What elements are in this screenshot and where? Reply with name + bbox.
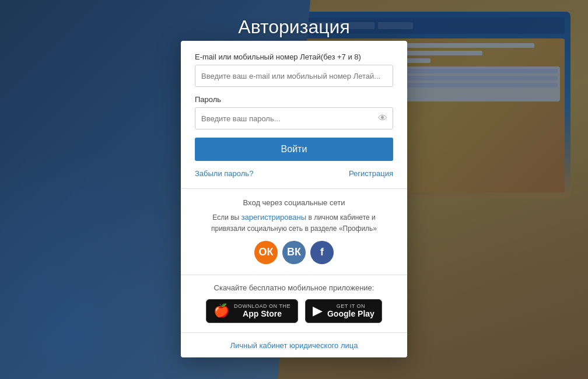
password-label-row: Пароль	[195, 95, 393, 104]
google-play-main-text: Google Play	[327, 309, 374, 319]
app-section: Скачайте бесплатно мобильное приложение:…	[181, 275, 407, 334]
email-input[interactable]	[195, 65, 393, 87]
email-input-wrap	[195, 65, 393, 87]
facebook-social-button[interactable]: f	[310, 241, 334, 264]
google-play-pre-text: GET IT ON	[327, 303, 374, 310]
password-label: Пароль	[195, 95, 221, 104]
login-section: E-mail или мобильный номер Летай(без +7 …	[181, 41, 407, 189]
login-button[interactable]: Войти	[195, 138, 393, 161]
links-row: Забыли пароль? Регистрация	[195, 169, 393, 178]
legal-section: Личный кабинет юридического лица	[181, 333, 407, 357]
page-title: Авторизация	[0, 16, 588, 38]
app-store-button[interactable]: 🍎 Download on the App Store	[206, 299, 298, 324]
google-play-text: GET IT ON Google Play	[327, 303, 374, 320]
vk-social-button[interactable]: ВК	[282, 241, 306, 264]
app-buttons-row: 🍎 Download on the App Store ▶ GET IT ON …	[195, 299, 393, 324]
password-input-wrap: 👁	[195, 107, 393, 129]
social-desc-before: Если вы	[212, 213, 241, 222]
email-label: E-mail или мобильный номер Летай(без +7 …	[195, 52, 393, 61]
social-registered-link[interactable]: зарегистрированы	[242, 213, 307, 222]
legal-entity-link[interactable]: Личный кабинет юридического лица	[230, 341, 358, 350]
app-store-pre-text: Download on the	[234, 303, 290, 310]
social-section: Вход через социальные сети Если вы зарег…	[181, 189, 407, 275]
google-play-icon: ▶	[313, 304, 323, 317]
google-play-button[interactable]: ▶ GET IT ON Google Play	[305, 299, 382, 324]
social-description: Если вы зарегистрированы в личном кабине…	[195, 212, 393, 234]
modal-card: E-mail или мобильный номер Летай(без +7 …	[181, 41, 407, 357]
app-section-title: Скачайте бесплатно мобильное приложение:	[195, 283, 393, 292]
register-link[interactable]: Регистрация	[349, 169, 393, 178]
show-password-button[interactable]: 👁	[378, 113, 387, 124]
ok-social-button[interactable]: ОК	[254, 241, 278, 264]
apple-icon: 🍎	[214, 304, 229, 317]
app-store-text: Download on the App Store	[234, 303, 290, 320]
password-input[interactable]	[195, 107, 393, 129]
social-icons-row: ОК ВК f	[195, 241, 393, 264]
social-title: Вход через социальные сети	[195, 198, 393, 207]
app-store-main-text: App Store	[234, 309, 290, 319]
forgot-password-link[interactable]: Забыли пароль?	[195, 169, 253, 178]
